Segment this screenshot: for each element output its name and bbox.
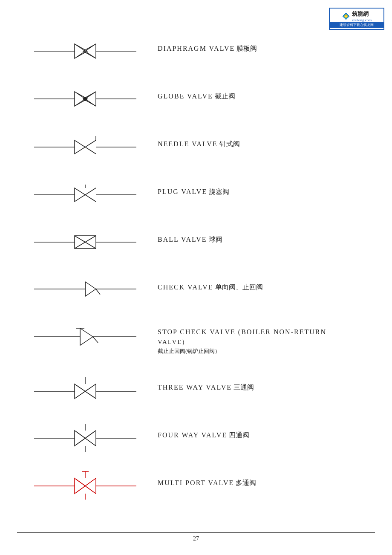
main-content: DIAPHRAGM VALVE 膜板阀 GLOBE VALVE 截止阀	[0, 0, 392, 546]
stop-check-label-line1: STOP CHECK VALVE (BOILER NON-RETURN	[158, 327, 366, 337]
symbol-stop-check	[26, 325, 145, 350]
valve-row-plug: PLUG VALVE 旋塞阀	[26, 182, 366, 207]
valve-row-diaphragm: DIAPHRAGM VALVE 膜板阀	[26, 38, 366, 64]
svg-marker-41	[75, 384, 85, 399]
footer: 27	[0, 532, 392, 542]
ball-symbol	[30, 231, 141, 253]
svg-marker-57	[85, 478, 96, 494]
valve-row-ball: BALL VALVE 球阀	[26, 229, 366, 255]
valve-row-stop-check: STOP CHECK VALVE (BOILER NON-RETURN VALV…	[26, 325, 366, 355]
three-way-symbol	[30, 376, 141, 404]
label-three-way: THREE WAY VALVE 三通阀	[158, 377, 366, 393]
svg-marker-31	[85, 282, 96, 296]
svg-marker-37	[80, 328, 93, 345]
label-four-way: FOUR WAY VALVE 四通阀	[158, 425, 366, 440]
needle-symbol	[30, 135, 141, 159]
symbol-three-way	[26, 377, 145, 403]
check-symbol	[30, 278, 141, 302]
footer-line	[17, 532, 375, 533]
logo-icon: +	[342, 12, 350, 20]
logo-brand-cn: 筑龍網	[352, 10, 372, 18]
label-multi-port: MULTI PORT VALVE 多通阀	[158, 473, 366, 488]
valve-row-four-way: FOUR WAY VALVE 四通阀	[26, 425, 366, 451]
stop-check-label-line2: VALVE)	[158, 337, 366, 347]
stop-check-label-line3: 截止止回阀(锅炉止回阀）	[158, 347, 366, 356]
valve-row-three-way: THREE WAY VALVE 三通阀	[26, 377, 366, 403]
label-needle: NEEDLE VALVE 针式阀	[158, 134, 366, 149]
svg-line-38	[93, 337, 98, 343]
logo: + 筑龍網 zhulong.com 建筑资料下载在筑龙网	[329, 8, 384, 30]
svg-marker-49	[85, 431, 96, 446]
symbol-four-way	[26, 425, 145, 451]
svg-text:+: +	[345, 15, 347, 18]
symbol-multi-port	[26, 473, 145, 498]
valve-row-check: CHECK VALVE 单向阀、止回阀	[26, 277, 366, 303]
valve-row-globe: GLOBE VALVE 截止阀	[26, 86, 366, 112]
multi-port-symbol	[30, 470, 141, 502]
four-way-symbol	[30, 422, 141, 454]
svg-marker-56	[75, 478, 85, 494]
plug-symbol	[30, 183, 141, 206]
logo-tagline: 建筑资料下载在筑龙网	[330, 22, 383, 28]
symbol-globe	[26, 86, 145, 112]
label-ball: BALL VALVE 球阀	[158, 229, 366, 245]
globe-symbol	[30, 88, 141, 110]
valve-row-multi-port: MULTI PORT VALVE 多通阀	[26, 473, 366, 498]
svg-marker-42	[85, 384, 96, 399]
label-diaphragm: DIAPHRAGM VALVE 膜板阀	[158, 38, 366, 54]
svg-marker-48	[75, 431, 85, 446]
page-number: 27	[193, 535, 199, 542]
symbol-plug	[26, 182, 145, 207]
svg-marker-17	[75, 140, 85, 154]
symbol-ball	[26, 229, 145, 255]
label-globe: GLOBE VALVE 截止阀	[158, 86, 366, 101]
svg-line-32	[96, 289, 100, 295]
valve-row-needle: NEEDLE VALVE 针式阀	[26, 134, 366, 159]
symbol-check	[26, 277, 145, 303]
diaphragm-symbol	[30, 40, 141, 62]
label-stop-check: STOP CHECK VALVE (BOILER NON-RETURN VALV…	[158, 325, 366, 355]
logo-brand-en: zhulong.com	[352, 18, 372, 22]
svg-marker-21	[75, 188, 85, 202]
label-plug: PLUG VALVE 旋塞阀	[158, 182, 366, 197]
symbol-needle	[26, 134, 145, 159]
stop-check-symbol	[30, 324, 141, 352]
symbol-diaphragm	[26, 38, 145, 64]
label-check: CHECK VALVE 单向阀、止回阀	[158, 277, 366, 292]
